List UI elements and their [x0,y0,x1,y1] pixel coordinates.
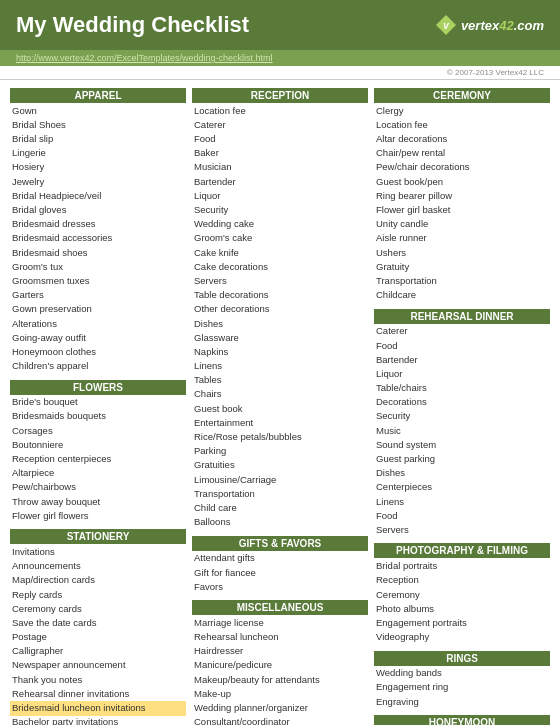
list-item: Bridal gloves [10,203,186,217]
list-item: Food [374,509,550,523]
list-item: Liquor [192,189,368,203]
list-item: Security [192,203,368,217]
list-item: Groom's tux [10,260,186,274]
list-item: Gratuities [192,459,368,473]
list-item: Make-up [192,687,368,701]
list-item: Lingerie [10,147,186,161]
list-item: Bridesmaid shoes [10,246,186,260]
list-item: Glassware [192,331,368,345]
logo: v vertex42.com [435,14,544,36]
list-item: Engagement ring [374,681,550,695]
list-item: Videography [374,630,550,644]
list-item: Gown [10,104,186,118]
list-item: Ceremony [374,588,550,602]
list-item: Engagement portraits [374,616,550,630]
section-header-apparel: APPAREL [10,88,186,103]
list-item: Flower girl flowers [10,509,186,523]
column-1: APPARELGownBridal ShoesBridal slipLinger… [10,86,186,725]
list-item: Throw away bouquet [10,495,186,509]
logo-diamond-icon: v [435,14,457,36]
list-item: Childcare [374,288,550,302]
list-item: Parking [192,445,368,459]
list-item: Bridesmaid luncheon invitations [10,701,186,715]
list-item: Rehearsal dinner invitations [10,687,186,701]
list-item: Decorations [374,396,550,410]
list-item: Security [374,410,550,424]
list-item: Table/chairs [374,381,550,395]
list-item: Bartender [374,353,550,367]
list-item: Bachelor party invitations [10,716,186,726]
list-item: Calligrapher [10,645,186,659]
list-item: Bridesmaid accessories [10,232,186,246]
list-item: Rehearsal luncheon [192,630,368,644]
list-item: Groom's cake [192,232,368,246]
list-item: Aisle runner [374,232,550,246]
list-item: Bride's bouquet [10,396,186,410]
list-item: Transportation [192,487,368,501]
section-header-rehearsal-dinner: REHEARSAL DINNER [374,309,550,324]
list-item: Ring bearer pillow [374,189,550,203]
list-item: Boutonniere [10,438,186,452]
section-header-reception: RECEPTION [192,88,368,103]
list-item: Jewelry [10,175,186,189]
list-item: Bridal Headpiece/veil [10,189,186,203]
list-item: Photo albums [374,602,550,616]
list-item: Guest book [192,402,368,416]
list-item: Balloons [192,515,368,529]
list-item: Location fee [374,118,550,132]
list-item: Gift for fiancee [192,566,368,580]
list-item: Chair/pew rental [374,147,550,161]
column-2: RECEPTIONLocation feeCatererFoodBakerMus… [192,86,368,725]
list-item: Unity candle [374,218,550,232]
section-header-honeymoon: HONEYMOON [374,715,550,725]
list-item: Transportation [374,274,550,288]
list-item: Linens [374,495,550,509]
list-item: Alterations [10,317,186,331]
section-header-stationery: STATIONERY [10,529,186,544]
logo-name: vertex [461,18,499,33]
list-item: Clergy [374,104,550,118]
list-item: Consultant/coordinator [192,716,368,726]
list-item: Bridal Shoes [10,118,186,132]
section-header-rings: RINGS [374,651,550,666]
list-item: Garters [10,288,186,302]
list-item: Newspaper announcement [10,659,186,673]
header: My Wedding Checklist v vertex42.com [0,0,560,50]
list-item: Postage [10,630,186,644]
list-item: Honeymoon clothes [10,345,186,359]
list-item: Food [192,132,368,146]
list-item: Pew/chair decorations [374,161,550,175]
list-item: Cake decorations [192,260,368,274]
list-item: Altar decorations [374,132,550,146]
list-item: Tables [192,374,368,388]
list-item: Bartender [192,175,368,189]
list-item: Liquor [374,367,550,381]
list-item: Map/direction cards [10,574,186,588]
list-item: Music [374,424,550,438]
section-header-gifts-&-favors: GIFTS & FAVORS [192,536,368,551]
list-item: Makeup/beauty for attendants [192,673,368,687]
section-header-ceremony: CEREMONY [374,88,550,103]
list-item: Children's apparel [10,359,186,373]
list-item: Musician [192,161,368,175]
list-item: Going-away outfit [10,331,186,345]
list-item: Save the date cards [10,616,186,630]
list-item: Wedding cake [192,218,368,232]
url-text-top[interactable]: http://www.vertex42.com/ExcelTemplates/w… [16,53,273,63]
list-item: Gown preservation [10,303,186,317]
url-bar-top[interactable]: http://www.vertex42.com/ExcelTemplates/w… [0,50,560,66]
list-item: Bridesmaids bouquets [10,410,186,424]
list-item: Servers [192,274,368,288]
list-item: Altarpiece [10,467,186,481]
list-item: Manicure/pedicure [192,659,368,673]
list-item: Ceremony cards [10,602,186,616]
page-title: My Wedding Checklist [16,12,249,38]
column-3: CEREMONYClergyLocation feeAltar decorati… [374,86,550,725]
list-item: Bridesmaid dresses [10,218,186,232]
list-item: Dishes [374,467,550,481]
list-item: Dishes [192,317,368,331]
list-item: Wedding planner/organizer [192,701,368,715]
list-item: Engraving [374,695,550,709]
list-item: Favors [192,580,368,594]
section-header-flowers: FLOWERS [10,380,186,395]
